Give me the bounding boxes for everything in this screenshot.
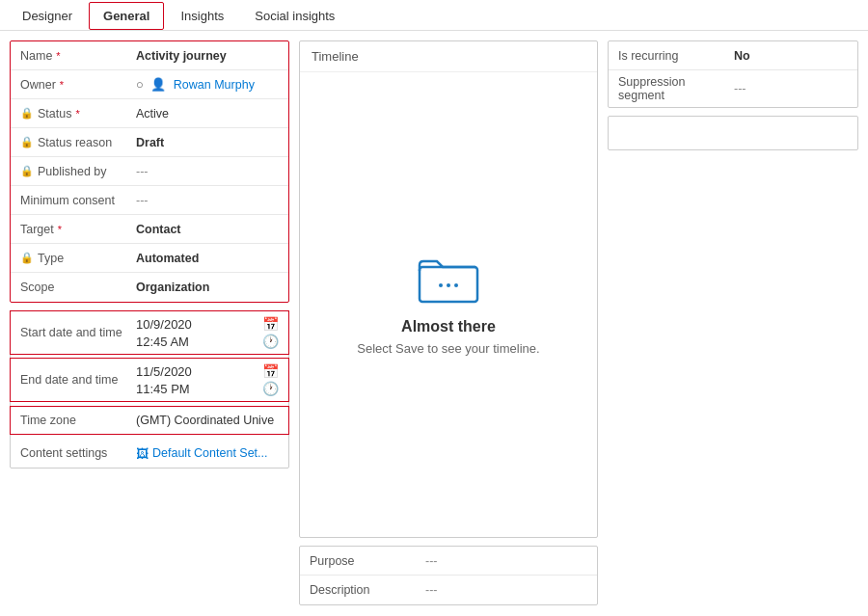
date-form-card: Start date and time 10/9/2020 📅 12:45 AM… (10, 310, 289, 469)
type-label: 🔒 Type (20, 252, 136, 265)
timezone-label: Time zone (20, 414, 136, 427)
status-reason-label: 🔒 Status reason (20, 136, 136, 149)
purpose-row: Purpose --- (300, 547, 597, 576)
published-by-label: 🔒 Published by (20, 165, 136, 178)
left-column: Name * Activity journey Owner * ○ 👤 Rowa… (10, 40, 289, 605)
almost-there-subtitle: Select Save to see your timeline. (357, 341, 539, 356)
right-column: Is recurring No Suppression segment --- (608, 40, 858, 605)
timezone-row: Time zone (GMT) Coordinated Unive (10, 406, 289, 435)
lock-icon-status: 🔒 (20, 107, 34, 120)
middle-column: Timeline Almost there Select Save to see… (299, 40, 598, 605)
svg-point-1 (439, 283, 443, 287)
almost-there-title: Almost there (401, 318, 496, 335)
status-reason-row: 🔒 Status reason Draft (11, 128, 288, 157)
minimum-consent-row: Minimum consent --- (11, 186, 288, 215)
suppression-label: Suppression segment (618, 75, 734, 102)
end-date-inner: 11/5/2020 📅 (136, 363, 279, 379)
end-date-wrapper: 11/5/2020 📅 11:45 PM 🕐 (136, 363, 279, 396)
target-row: Target * Contact (11, 215, 288, 244)
content-area: Name * Activity journey Owner * ○ 👤 Rowa… (0, 31, 868, 615)
minimum-consent-value: --- (136, 194, 279, 207)
name-label: Name * (20, 49, 136, 63)
purpose-card: Purpose --- Description --- (299, 546, 598, 605)
start-date-inner: 10/9/2020 📅 (136, 316, 279, 332)
end-clock-icon[interactable]: 🕐 (262, 381, 279, 396)
tab-designer[interactable]: Designer (8, 2, 87, 30)
timeline-card: Timeline Almost there Select Save to see… (299, 40, 598, 538)
owner-label: Owner * (20, 78, 136, 92)
lock-icon-published: 🔒 (20, 165, 34, 177)
content-settings-value[interactable]: 🖼 Default Content Set... (136, 446, 279, 461)
start-date-wrapper: 10/9/2020 📅 12:45 AM 🕐 (136, 316, 279, 349)
purpose-label: Purpose (310, 554, 425, 568)
type-row: 🔒 Type Automated (11, 244, 288, 273)
name-row: Name * Activity journey (11, 41, 288, 70)
tab-bar: Designer General Insights Social insight… (0, 0, 868, 31)
status-reason-value[interactable]: Draft (136, 136, 279, 149)
owner-value[interactable]: ○ 👤 Rowan Murphy (136, 77, 279, 92)
purpose-value: --- (425, 554, 587, 568)
name-value[interactable]: Activity journey (136, 49, 279, 63)
extra-card (608, 116, 858, 150)
start-time-value[interactable]: 12:45 AM (136, 335, 189, 349)
timezone-value[interactable]: (GMT) Coordinated Unive (136, 414, 279, 427)
recurring-row: Is recurring No (609, 41, 857, 70)
minimum-consent-label: Minimum consent (20, 194, 136, 207)
owner-required-star: * (60, 79, 64, 91)
timeline-body: Almost there Select Save to see your tim… (300, 72, 597, 537)
description-value: --- (425, 583, 587, 597)
tab-social-insights[interactable]: Social insights (240, 2, 349, 30)
suppression-value: --- (734, 82, 848, 95)
start-date-label: Start date and time (20, 326, 136, 339)
type-value: Automated (136, 252, 279, 265)
folder-icon (418, 254, 479, 304)
start-date-value[interactable]: 10/9/2020 (136, 317, 192, 332)
status-required-star: * (75, 108, 79, 120)
target-label: Target * (20, 223, 136, 236)
svg-point-3 (454, 283, 458, 287)
owner-row: Owner * ○ 👤 Rowan Murphy (11, 70, 288, 99)
recurring-label: Is recurring (618, 49, 734, 63)
tab-insights[interactable]: Insights (166, 2, 238, 30)
content-settings-label: Content settings (20, 446, 136, 460)
start-clock-icon[interactable]: 🕐 (262, 334, 279, 349)
status-value[interactable]: Active (136, 107, 279, 121)
end-date-row: End date and time 11/5/2020 📅 11:45 PM 🕐 (10, 358, 289, 402)
end-date-label: End date and time (20, 373, 136, 387)
end-date-value[interactable]: 11/5/2020 (136, 364, 192, 379)
lock-icon-type: 🔒 (20, 252, 34, 264)
status-row: 🔒 Status * Active (11, 99, 288, 128)
target-value[interactable]: Contact (136, 223, 279, 236)
scope-value[interactable]: Organization (136, 281, 279, 294)
end-time-value[interactable]: 11:45 PM (136, 382, 190, 396)
status-label: 🔒 Status * (20, 107, 136, 121)
suppression-row: Suppression segment --- (609, 70, 857, 107)
description-row: Description --- (300, 576, 597, 604)
start-calendar-icon[interactable]: 📅 (262, 316, 279, 332)
person-icon: 👤 (150, 77, 166, 92)
svg-point-2 (447, 283, 450, 287)
circle-icon: ○ (136, 77, 144, 92)
tab-general[interactable]: General (89, 2, 164, 30)
start-time-inner: 12:45 AM 🕐 (136, 334, 279, 349)
main-form-card: Name * Activity journey Owner * ○ 👤 Rowa… (10, 40, 289, 303)
published-by-row: 🔒 Published by --- (11, 157, 288, 186)
end-time-inner: 11:45 PM 🕐 (136, 381, 279, 396)
description-label: Description (310, 583, 425, 597)
end-calendar-icon[interactable]: 📅 (262, 363, 279, 379)
scope-row: Scope Organization (11, 273, 288, 302)
name-required-star: * (56, 50, 60, 62)
content-settings-row: Content settings 🖼 Default Content Set..… (11, 439, 288, 468)
start-date-row: Start date and time 10/9/2020 📅 12:45 AM… (10, 310, 289, 355)
timeline-header: Timeline (300, 41, 597, 72)
published-by-value: --- (136, 165, 279, 178)
scope-label: Scope (20, 281, 136, 294)
recurring-value: No (734, 49, 848, 63)
info-card: Is recurring No Suppression segment --- (608, 40, 858, 108)
folder-icon-container (418, 254, 479, 307)
lock-icon-status-reason: 🔒 (20, 136, 34, 148)
content-settings-icon: 🖼 (136, 446, 149, 461)
target-required-star: * (58, 224, 62, 235)
